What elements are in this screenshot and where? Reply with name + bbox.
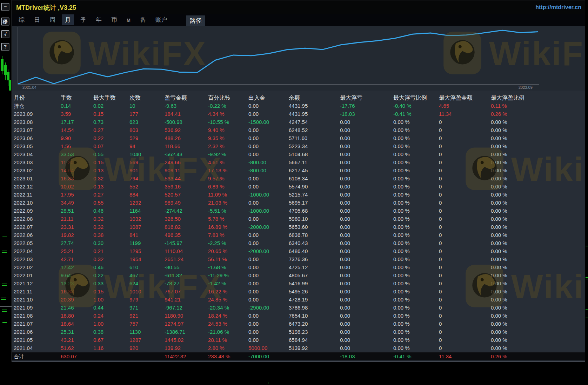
cell-pnl: -967.12 bbox=[165, 304, 208, 312]
table-row-2022.05[interactable]: 2022.0527.740.301199-145.97-2.25 %0.0063… bbox=[12, 239, 585, 247]
table-row-2022.07[interactable]: 2022.0723.310.321087816.8216.89 %-2000.0… bbox=[12, 223, 585, 231]
indicator-dash bbox=[2, 285, 7, 286]
cell-pct: -21.06 % bbox=[208, 328, 248, 336]
table-row-2023.06[interactable]: 2023.069.900.22529488.269.35 %0.005711.6… bbox=[12, 134, 585, 142]
right-edge-strip bbox=[585, 0, 588, 385]
cell-inout: 0.00 bbox=[248, 126, 289, 134]
cell-mfl_pct: 0.00 % bbox=[393, 150, 439, 158]
table-row-2023.07[interactable]: 2023.0714.540.27803536.929.40 %0.006248.… bbox=[12, 126, 585, 134]
total-cell-mfp: 11.34 bbox=[439, 352, 491, 360]
cell-balance: 5198.23 bbox=[289, 328, 340, 336]
cell-count: 1199 bbox=[129, 239, 165, 247]
menu-item-日[interactable]: 日 bbox=[31, 14, 43, 25]
cell-mfp: 0 bbox=[439, 150, 491, 158]
cell-pnl: 536.92 bbox=[165, 126, 208, 134]
table-row-2022.09[interactable]: 2022.0928.510.461164-274.42-5.51 %-1000.… bbox=[12, 207, 585, 215]
table-row-2021.08[interactable]: 2021.0818.800.249211180.9018.24 %0.00765… bbox=[12, 312, 585, 320]
table-row-2022.11[interactable]: 2022.1117.950.27884520.5711.09 %-1000.00… bbox=[12, 191, 585, 199]
cell-max_lots: 0.67 bbox=[93, 336, 129, 344]
menu-item-周[interactable]: 周 bbox=[47, 14, 58, 25]
column-header-11: 最大浮盈比例 bbox=[491, 94, 585, 102]
move-button[interactable]: 移 bbox=[1, 18, 9, 26]
indicator-dash bbox=[2, 311, 7, 312]
cell-count: 177 bbox=[129, 110, 165, 118]
cell-month: 2021.05 bbox=[14, 336, 61, 344]
table-row-2023.02[interactable]: 2023.0214.640.13901909.1117.13 %-800.006… bbox=[12, 166, 585, 174]
cell-mfp: 0 bbox=[439, 134, 491, 142]
table-row-2022.02[interactable]: 2022.0217.420.46610-80.55-1.68 %0.004725… bbox=[12, 263, 585, 271]
mtdriver-link[interactable]: http://mtdriver.cn bbox=[535, 4, 581, 11]
total-cell-count bbox=[129, 352, 165, 360]
table-row-2023.03[interactable]: 2023.0311.200.15569249.664.61 %-800.0056… bbox=[12, 158, 585, 166]
table-total-row[interactable]: 合计630.0711422.32233.48 %-7000.00-18.03-0… bbox=[12, 352, 585, 360]
table-row-2023.04[interactable]: 2023.0433.530.551040-562.43-9.92 %0.0051… bbox=[12, 150, 585, 158]
table-row-2021.07[interactable]: 2021.0718.641.007571274.9724.53 %0.00647… bbox=[12, 320, 585, 328]
cell-inout: -1500.00 bbox=[248, 118, 289, 126]
table-row-2022.03[interactable]: 2022.0342.710.3219542651.2456.11 %0.0073… bbox=[12, 255, 585, 263]
indicator-dash bbox=[2, 322, 7, 323]
cell-month: 2023.01 bbox=[14, 174, 61, 182]
menu-item-年[interactable]: 年 bbox=[93, 14, 105, 25]
table-row-2021.09[interactable]: 2021.0921.460.44971-967.12-20.34 %-2900.… bbox=[12, 304, 585, 312]
cell-lots: 25.21 bbox=[61, 247, 93, 255]
cell-inout: -800.00 bbox=[248, 166, 289, 174]
table-row-2021.04[interactable]: 2021.0451.621.16920139.922.80 %5000.0051… bbox=[12, 344, 585, 352]
cell-mfl_pct: 0.00 % bbox=[393, 231, 439, 239]
cell-count: 467 bbox=[129, 271, 165, 279]
table-row-2021.10[interactable]: 2021.1020.391.00979941.2124.85 %0.004728… bbox=[12, 296, 585, 304]
cell-balance: 4725.12 bbox=[289, 263, 340, 271]
column-header-1: 手数 bbox=[61, 94, 93, 102]
cell-max_lots: 0.15 bbox=[93, 158, 129, 166]
table-row-2022.04[interactable]: 2022.0425.210.2112951110.0420.65 %-2000.… bbox=[12, 247, 585, 255]
table-row-2022.06[interactable]: 2022.0619.820.38841496.357.83 %0.006836.… bbox=[12, 231, 585, 239]
cell-count: 794 bbox=[129, 174, 165, 182]
cell-mfl_pct: 0.00 % bbox=[393, 207, 439, 215]
cell-balance: 4247.54 bbox=[289, 118, 340, 126]
path-button[interactable]: 路径 bbox=[186, 15, 205, 26]
table-row-2021.06[interactable]: 2021.0625.310.381130-1386.71-21.06 %0.00… bbox=[12, 328, 585, 336]
cell-inout: 0.00 bbox=[248, 296, 289, 304]
cell-mfp_pct: 0.00 % bbox=[491, 215, 585, 223]
table-row-持仓[interactable]: 持仓0.140.0210-9.63-0.22 %0.004431.95-17.7… bbox=[12, 102, 585, 110]
cell-mfl: 0.00 bbox=[340, 263, 393, 271]
cell-pct: 9.35 % bbox=[208, 134, 248, 142]
cell-pct: 4.61 % bbox=[208, 158, 248, 166]
menu-item-备[interactable]: 备 bbox=[137, 14, 149, 25]
table-row-2022.10[interactable]: 2022.1034.490.551292989.4921.03 %0.00569… bbox=[12, 199, 585, 207]
cell-mfp_pct: 0.00 % bbox=[491, 199, 585, 207]
cell-mfp: 0 bbox=[439, 336, 491, 344]
cell-mfl_pct: 0.00 % bbox=[393, 126, 439, 134]
table-row-2021.11[interactable]: 2021.1116.880.151010767.0716.22 %0.00549… bbox=[12, 287, 585, 296]
table-row-2021.05[interactable]: 2021.0543.210.6712871445.0228.11 %0.0065… bbox=[12, 336, 585, 344]
table-row-2021.12[interactable]: 2021.1213.230.33624-78.27-1.42 %0.005416… bbox=[12, 279, 585, 287]
table-row-2022.12[interactable]: 2022.1210.020.13552359.166.89 %0.005574.… bbox=[12, 182, 585, 191]
cell-mfp: 0 bbox=[439, 312, 491, 320]
menu-item-综[interactable]: 综 bbox=[16, 14, 27, 25]
cell-pct: -1.68 % bbox=[208, 263, 248, 271]
indicator-dash bbox=[586, 309, 588, 310]
cell-inout: 0.00 bbox=[248, 231, 289, 239]
cell-inout: 0.00 bbox=[248, 287, 289, 296]
cell-pnl: 816.82 bbox=[165, 223, 208, 231]
cell-mfp: 0 bbox=[439, 158, 491, 166]
menu-item-账户[interactable]: 账户 bbox=[153, 14, 170, 25]
table-row-2023.08[interactable]: 2023.0817.170.73623-500.98-10.55 %-1500.… bbox=[12, 118, 585, 126]
minimize-button[interactable]: − bbox=[1, 3, 9, 11]
table-row-2023.05[interactable]: 2023.051.560.0794118.662.32 %0.005223.34… bbox=[12, 142, 585, 150]
menu-item-月[interactable]: 月 bbox=[62, 14, 74, 25]
cell-mfp: 0 bbox=[439, 118, 491, 126]
menu-item-M[interactable]: M bbox=[124, 15, 133, 25]
menu-item-季[interactable]: 季 bbox=[78, 14, 89, 25]
menu-item-币[interactable]: 币 bbox=[108, 14, 120, 25]
check-button[interactable]: √ bbox=[1, 30, 9, 38]
cell-pct: 4.34 % bbox=[208, 110, 248, 118]
table-row-2022.08[interactable]: 2022.0821.110.321032326.505.78 %0.005980… bbox=[12, 215, 585, 223]
cell-pct: 21.03 % bbox=[208, 199, 248, 207]
cell-mfl: 0.00 bbox=[340, 223, 393, 231]
table-row-2023.09[interactable]: 2023.093.590.15177184.414.34 %0.004431.9… bbox=[12, 110, 585, 118]
cell-pnl: 326.50 bbox=[165, 215, 208, 223]
table-row-2022.01[interactable]: 2022.019.640.22467-611.32-11.29 %0.00480… bbox=[12, 271, 585, 279]
cell-mfl_pct: 0.00 % bbox=[393, 312, 439, 320]
table-row-2023.01[interactable]: 2023.0116.330.32794533.449.57 %0.006108.… bbox=[12, 174, 585, 182]
help-button[interactable]: ? bbox=[1, 43, 9, 51]
